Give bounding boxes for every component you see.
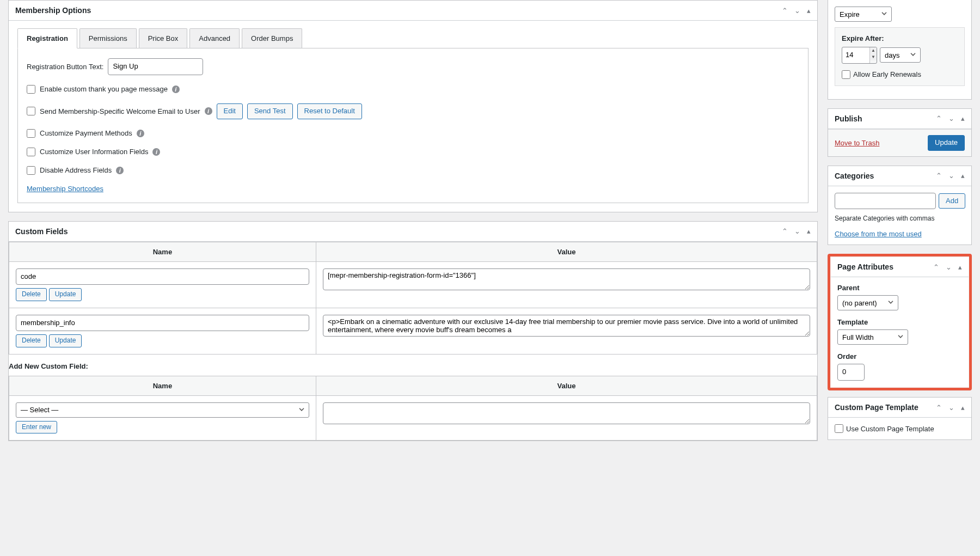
template-select[interactable]: Full Width	[837, 329, 908, 345]
add-custom-field-table: Name Value — Select — Enter new	[9, 376, 817, 441]
reg-button-label: Registration Button Text:	[27, 63, 103, 71]
welcome-email-checkbox[interactable]	[27, 107, 35, 115]
tab-permissions[interactable]: Permissions	[79, 28, 137, 48]
collapse-icon[interactable]: ▴	[958, 263, 962, 271]
panel-title: Custom Fields	[15, 227, 782, 236]
parent-label: Parent	[837, 284, 962, 292]
move-down-icon[interactable]: ⌄	[794, 227, 800, 235]
move-down-icon[interactable]: ⌄	[948, 172, 954, 180]
categories-input[interactable]	[835, 193, 936, 210]
user-info-label: Customize User Information Fields	[40, 148, 148, 156]
collapse-icon[interactable]: ▴	[961, 404, 965, 412]
panel-header: Categories ⌃ ⌄ ▴	[828, 166, 971, 186]
move-up-icon[interactable]: ⌃	[782, 227, 788, 235]
edit-button[interactable]: Edit	[217, 103, 243, 119]
move-down-icon[interactable]: ⌄	[948, 114, 954, 123]
membership-options-panel: Membership Options ⌃ ⌄ ▴ Registration Pe…	[8, 0, 818, 212]
tab-registration[interactable]: Registration	[17, 28, 77, 48]
template-label: Template	[837, 318, 962, 326]
update-button[interactable]: Update	[49, 288, 82, 301]
enter-new-button[interactable]: Enter new	[16, 421, 57, 433]
info-icon[interactable]: i	[137, 130, 144, 137]
payment-methods-label: Customize Payment Methods	[40, 129, 132, 137]
expire-type-select[interactable]: Expire	[835, 7, 892, 22]
stepper-down-icon[interactable]: ▼	[870, 54, 877, 60]
update-button[interactable]: Update	[928, 135, 965, 151]
expire-panel: Expire Expire After: ▲ ▼ days	[828, 0, 972, 100]
welcome-email-label: Send Membership-Specific Welcome Email t…	[40, 107, 200, 115]
panel-title: Categories	[835, 172, 936, 180]
membership-tabs: Registration Permissions Price Box Advan…	[17, 28, 817, 48]
membership-shortcodes-link[interactable]: Membership Shortcodes	[27, 185, 103, 193]
add-category-button[interactable]: Add	[939, 193, 965, 209]
reg-button-input[interactable]	[108, 58, 203, 75]
tab-order-bumps[interactable]: Order Bumps	[242, 28, 302, 48]
table-row: Delete Update <p>Embark on a cinematic a…	[9, 308, 817, 354]
collapse-icon[interactable]: ▴	[961, 172, 965, 180]
expire-unit-select[interactable]: days	[880, 47, 921, 63]
update-button[interactable]: Update	[49, 334, 82, 347]
move-up-icon[interactable]: ⌃	[936, 172, 942, 180]
use-custom-template-label: Use Custom Page Template	[846, 425, 934, 433]
column-name: Name	[9, 242, 316, 261]
reset-default-button[interactable]: Reset to Default	[297, 103, 362, 119]
payment-methods-checkbox[interactable]	[27, 129, 35, 138]
use-custom-template-checkbox[interactable]	[835, 424, 843, 433]
tab-content-registration: Registration Button Text: Enable custom …	[17, 48, 808, 203]
field-value-textarea[interactable]	[323, 402, 810, 424]
delete-button[interactable]: Delete	[16, 334, 47, 347]
panel-header: Custom Page Template ⌃ ⌄ ▴	[828, 398, 971, 418]
move-up-icon[interactable]: ⌃	[782, 7, 788, 15]
parent-select[interactable]: (no parent)	[837, 295, 898, 310]
collapse-icon[interactable]: ▴	[961, 114, 965, 123]
field-value-textarea[interactable]: <p>Embark on a cinematic adventure with …	[323, 315, 810, 337]
panel-controls: ⌃ ⌄ ▴	[782, 227, 811, 235]
move-up-icon[interactable]: ⌃	[936, 404, 942, 412]
move-to-trash-link[interactable]: Move to Trash	[835, 139, 879, 147]
choose-most-used-link[interactable]: Choose from the most used	[835, 230, 922, 238]
stepper-up-icon[interactable]: ▲	[870, 47, 877, 54]
move-down-icon[interactable]: ⌄	[946, 263, 952, 271]
early-renewals-label: Allow Early Renewals	[853, 70, 921, 78]
tab-price-box[interactable]: Price Box	[139, 28, 188, 48]
move-down-icon[interactable]: ⌄	[794, 7, 800, 15]
field-name-input[interactable]	[16, 315, 309, 332]
expire-after-input[interactable]	[842, 47, 869, 63]
table-row: Delete Update [mepr-membership-registrat…	[9, 261, 817, 308]
order-input[interactable]	[837, 364, 865, 381]
tab-advanced[interactable]: Advanced	[189, 28, 240, 48]
disable-address-checkbox[interactable]	[27, 166, 35, 175]
publish-panel: Publish ⌃ ⌄ ▴ Move to Trash Update	[828, 108, 972, 157]
user-info-checkbox[interactable]	[27, 148, 35, 156]
collapse-icon[interactable]: ▴	[807, 227, 811, 235]
add-custom-field-label: Add New Custom Field:	[9, 355, 817, 376]
column-value: Value	[316, 376, 817, 395]
order-label: Order	[837, 352, 962, 361]
info-icon[interactable]: i	[116, 167, 124, 174]
info-icon[interactable]: i	[205, 107, 212, 115]
page-attributes-highlight: Page Attributes ⌃ ⌄ ▴ Parent (no parent)	[828, 254, 972, 390]
delete-button[interactable]: Delete	[16, 288, 47, 301]
move-up-icon[interactable]: ⌃	[933, 263, 939, 271]
thankyou-checkbox[interactable]	[27, 85, 35, 94]
disable-address-label: Disable Address Fields	[40, 166, 112, 174]
thankyou-label: Enable custom thank you page message	[40, 85, 168, 93]
field-name-input[interactable]	[16, 268, 309, 285]
info-icon[interactable]: i	[152, 148, 160, 156]
field-value-textarea[interactable]: [mepr-membership-registration-form-id="1…	[323, 268, 810, 290]
move-down-icon[interactable]: ⌄	[948, 404, 954, 412]
collapse-icon[interactable]: ▴	[807, 7, 811, 15]
panel-title: Membership Options	[15, 6, 782, 15]
move-up-icon[interactable]: ⌃	[936, 114, 942, 123]
expire-number-wrap: ▲ ▼	[842, 47, 877, 64]
expire-after-group: Expire After: ▲ ▼ days	[835, 27, 965, 86]
field-name-select[interactable]: — Select —	[16, 402, 309, 418]
panel-header: Page Attributes ⌃ ⌄ ▴	[831, 257, 969, 277]
panel-header: Membership Options ⌃ ⌄ ▴	[9, 1, 817, 21]
early-renewals-checkbox[interactable]	[842, 70, 850, 79]
panel-title: Custom Page Template	[835, 403, 936, 412]
info-icon[interactable]: i	[172, 85, 180, 93]
panel-title: Publish	[835, 114, 936, 123]
panel-header: Publish ⌃ ⌄ ▴	[828, 109, 971, 129]
send-test-button[interactable]: Send Test	[247, 103, 293, 119]
